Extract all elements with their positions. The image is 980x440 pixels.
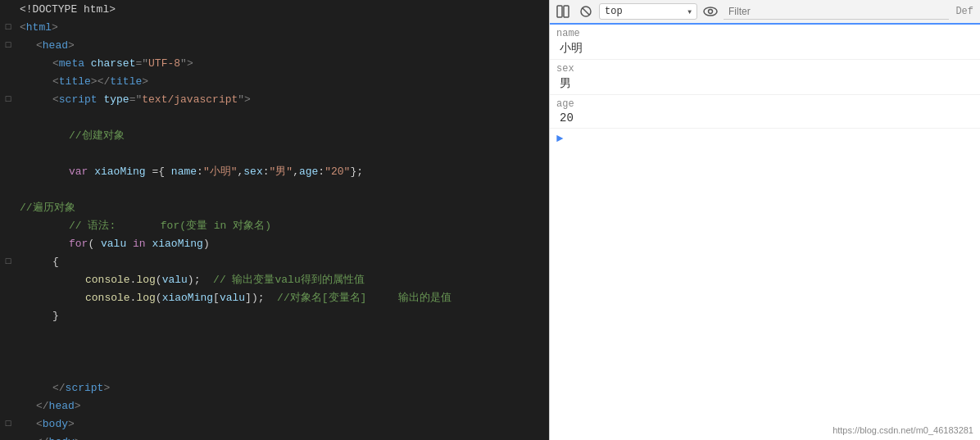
line-gutter[interactable]: □ — [0, 40, 16, 50]
code-line: <!DOCTYPE html> — [0, 0, 549, 18]
console-row: age20 — [550, 95, 980, 129]
code-line: //创建对象 — [0, 126, 549, 144]
code-content: { — [16, 256, 549, 268]
code-line — [0, 108, 549, 126]
console-value: 20 — [556, 110, 973, 125]
code-content — [16, 184, 549, 196]
code-line: // 语法: for(变量 in 对象名) — [0, 216, 549, 234]
console-value: 男 — [556, 75, 973, 91]
code-content: // 语法: for(变量 in 对象名) — [16, 218, 549, 233]
code-line: </body> — [0, 433, 549, 440]
console-value: 小明 — [556, 39, 973, 56]
code-line: □<script type="text/javascript"> — [0, 90, 549, 108]
devtools-content: name小明sex男age20► — [550, 25, 980, 440]
code-content: var xiaoMing ={ name:"小明",sex:"男",age:"2… — [16, 164, 549, 179]
devtools-panel: top ▼ Def name小明sex男age20► https://blog.… — [549, 0, 980, 440]
console-row: name小明 — [550, 25, 980, 60]
svg-point-4 — [704, 7, 717, 16]
code-line: □{ — [0, 252, 549, 270]
code-line — [0, 324, 549, 342]
default-label: Def — [952, 4, 977, 19]
code-line: <meta charset="UTF-8"> — [0, 54, 549, 72]
code-line: <title></title> — [0, 72, 549, 90]
code-content — [16, 328, 549, 340]
code-content: <title></title> — [16, 75, 549, 88]
code-line: □<html> — [0, 18, 549, 36]
code-content: } — [16, 310, 549, 322]
code-editor: <!DOCTYPE html>□<html>□<head><meta chars… — [0, 0, 549, 440]
panel-icon[interactable] — [553, 2, 573, 21]
code-content — [16, 147, 549, 160]
code-line — [0, 342, 549, 361]
console-label: sex — [556, 63, 973, 75]
devtools-toolbar: top ▼ Def — [550, 0, 980, 25]
svg-rect-1 — [564, 6, 569, 17]
console-label: name — [556, 28, 973, 39]
eye-icon[interactable] — [701, 2, 720, 21]
context-dropdown-arrow: ▼ — [687, 8, 692, 16]
code-line: □<head> — [0, 36, 549, 54]
console-label: age — [556, 98, 973, 110]
code-line: console.log(valu); // 输出变量valu得到的属性值 — [0, 270, 549, 288]
filter-input[interactable] — [724, 4, 949, 20]
code-content: <html> — [16, 21, 549, 34]
line-gutter[interactable]: □ — [0, 94, 16, 104]
line-gutter[interactable]: □ — [0, 256, 16, 266]
svg-point-5 — [709, 10, 713, 14]
code-line: </script> — [0, 379, 549, 397]
code-line: } — [0, 306, 549, 324]
code-content — [16, 346, 549, 358]
code-line: </head> — [0, 397, 549, 415]
code-content: //创建对象 — [16, 128, 549, 143]
code-line — [0, 180, 549, 198]
code-content: console.log(xiaoMing[valu]); //对象名[变量名] … — [16, 290, 549, 305]
code-content: <body> — [16, 418, 549, 430]
code-line: //遍历对象 — [0, 198, 549, 216]
context-label: top — [605, 6, 623, 17]
context-selector[interactable]: top ▼ — [599, 3, 697, 20]
code-content: <!DOCTYPE html> — [16, 3, 549, 16]
line-gutter[interactable]: □ — [0, 419, 16, 429]
svg-line-3 — [583, 8, 589, 15]
code-content: <head> — [16, 39, 549, 52]
code-content: </head> — [16, 400, 549, 412]
svg-rect-0 — [557, 6, 562, 17]
code-line — [0, 144, 549, 162]
code-line: □<body> — [0, 415, 549, 433]
code-line: var xiaoMing ={ name:"小明",sex:"男",age:"2… — [0, 162, 549, 180]
code-line — [0, 361, 549, 379]
code-content: <script type="text/javascript"> — [16, 93, 549, 106]
code-content: </script> — [16, 382, 549, 394]
line-gutter[interactable]: □ — [0, 22, 16, 32]
code-content: //遍历对象 — [16, 200, 549, 215]
code-content: console.log(valu); // 输出变量valu得到的属性值 — [16, 272, 549, 287]
code-content — [16, 364, 549, 376]
code-line: for( valu in xiaoMing) — [0, 234, 549, 252]
code-line: console.log(xiaoMing[valu]); //对象名[变量名] … — [0, 288, 549, 306]
code-content: </body> — [16, 436, 549, 441]
code-content: <meta charset="UTF-8"> — [16, 57, 549, 70]
console-expand-arrow[interactable]: ► — [550, 129, 980, 148]
watermark: https://blog.csdn.net/m0_46183281 — [833, 425, 973, 435]
code-content — [16, 111, 549, 124]
code-content: for( valu in xiaoMing) — [16, 238, 549, 250]
console-row: sex男 — [550, 60, 980, 95]
stop-icon[interactable] — [576, 2, 596, 21]
